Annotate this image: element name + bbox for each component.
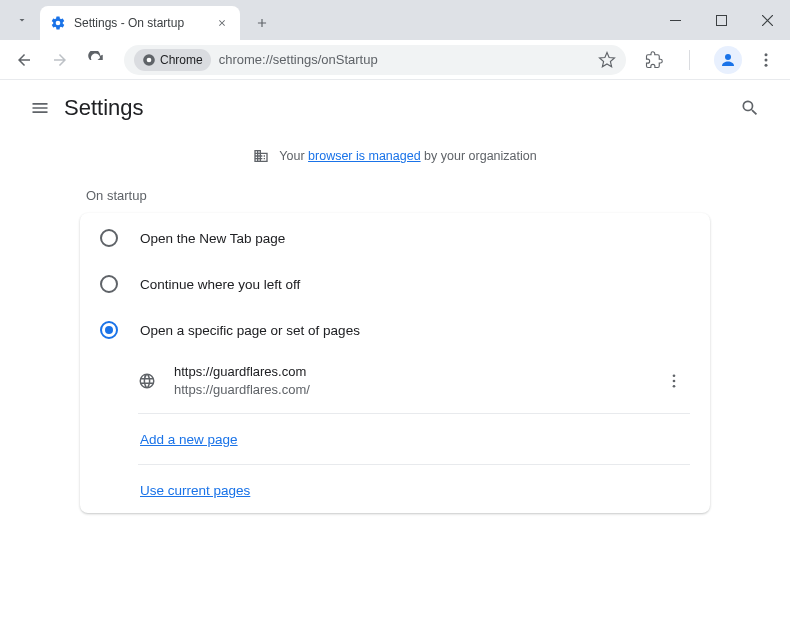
section-title: On startup [80,176,710,213]
minimize-button[interactable] [652,0,698,40]
svg-rect-4 [689,50,690,70]
option-specific-pages[interactable]: Open a specific page or set of pages [80,307,710,353]
managed-banner: Your browser is managed by your organiza… [0,136,790,176]
svg-point-8 [765,63,768,66]
gear-icon [50,15,66,31]
tabs-dropdown-button[interactable] [8,6,36,34]
settings-header: Settings [0,80,790,136]
svg-point-10 [673,380,676,383]
page-title: Settings [64,95,144,121]
building-icon [253,148,269,164]
page-entry-text: https://guardflares.com https://guardfla… [174,363,640,399]
profile-button[interactable] [714,46,742,74]
divider [138,464,690,465]
svg-point-9 [673,375,676,378]
page-entry-menu-button[interactable] [658,372,690,390]
browser-toolbar: Chrome chrome://settings/onStartup [0,40,790,80]
startup-page-entry: https://guardflares.com https://guardfla… [80,353,710,409]
reload-button[interactable] [80,44,112,76]
svg-point-6 [765,53,768,56]
radio-icon [100,275,118,293]
search-button[interactable] [730,88,770,128]
browser-tab[interactable]: Settings - On startup [40,6,240,40]
option-label: Open the New Tab page [140,231,285,246]
maximize-button[interactable] [698,0,744,40]
url-text: chrome://settings/onStartup [219,52,590,67]
svg-point-5 [725,54,731,60]
add-page-link[interactable]: Add a new page [140,432,238,447]
toolbar-divider [674,44,706,76]
close-tab-button[interactable] [214,15,230,31]
extensions-button[interactable] [638,44,670,76]
svg-rect-1 [716,15,726,25]
title-bar: Settings - On startup [0,0,790,40]
new-tab-button[interactable] [248,9,276,37]
option-label: Continue where you left off [140,277,300,292]
radio-icon [100,321,118,339]
option-label: Open a specific page or set of pages [140,323,360,338]
chrome-icon [142,53,156,67]
managed-text: Your browser is managed by your organiza… [279,149,536,163]
window-controls [652,0,790,40]
use-current-row: Use current pages [80,469,710,511]
chrome-menu-button[interactable] [750,44,782,76]
bookmark-star-icon[interactable] [598,51,616,69]
close-window-button[interactable] [744,0,790,40]
svg-point-11 [673,385,676,388]
globe-icon [138,372,156,390]
svg-point-3 [147,57,152,62]
radio-icon [100,229,118,247]
settings-content: On startup Open the New Tab page Continu… [0,176,790,513]
option-new-tab[interactable]: Open the New Tab page [80,215,710,261]
forward-button[interactable] [44,44,76,76]
site-chip[interactable]: Chrome [134,49,211,71]
page-entry-title: https://guardflares.com [174,363,640,381]
menu-button[interactable] [20,88,60,128]
address-bar[interactable]: Chrome chrome://settings/onStartup [124,45,626,75]
divider [138,413,690,414]
tab-title: Settings - On startup [74,16,206,30]
use-current-link[interactable]: Use current pages [140,483,250,498]
svg-rect-0 [670,20,681,21]
add-page-row: Add a new page [80,418,710,460]
svg-point-7 [765,58,768,61]
back-button[interactable] [8,44,40,76]
startup-card: Open the New Tab page Continue where you… [80,213,710,513]
option-continue[interactable]: Continue where you left off [80,261,710,307]
managed-link[interactable]: browser is managed [308,149,421,163]
site-chip-label: Chrome [160,53,203,67]
page-entry-url: https://guardflares.com/ [174,381,640,399]
